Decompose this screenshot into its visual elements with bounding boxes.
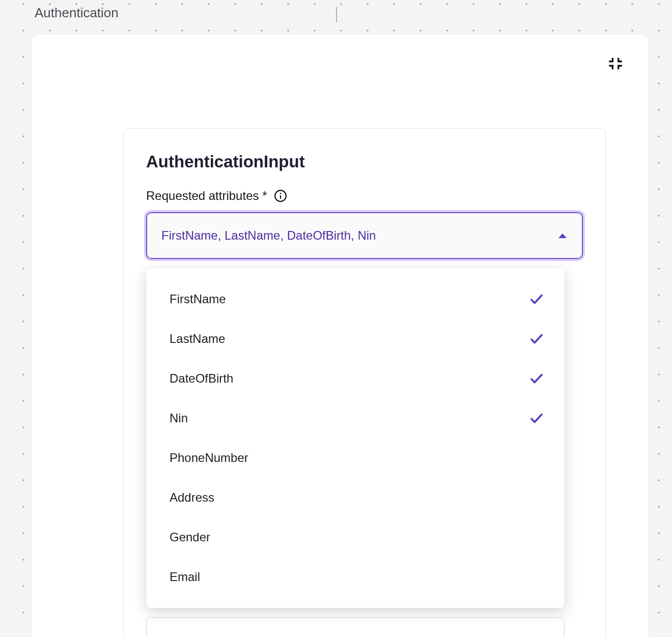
option-firstname[interactable]: FirstName: [146, 279, 565, 319]
panel-title: AuthenticationInput: [146, 152, 583, 171]
option-label: LastName: [170, 332, 225, 346]
option-label: Gender: [170, 530, 210, 544]
option-label: FirstName: [170, 292, 226, 306]
check-icon: [529, 292, 544, 307]
exit-fullscreen-icon[interactable]: [607, 55, 624, 72]
option-gender[interactable]: Gender: [146, 517, 565, 557]
caret-up-icon: [558, 234, 567, 238]
editor-card: AuthenticationInput Requested attributes…: [32, 35, 649, 637]
page-title: Authentication: [35, 5, 119, 21]
option-label: Email: [170, 570, 200, 584]
requested-attributes-select[interactable]: FirstName, LastName, DateOfBirth, Nin: [146, 212, 583, 259]
option-label: DateOfBirth: [170, 371, 233, 386]
requested-attributes-value: FirstName, LastName, DateOfBirth, Nin: [161, 228, 376, 243]
option-lastname[interactable]: LastName: [146, 319, 565, 359]
svg-point-2: [280, 193, 282, 194]
info-icon[interactable]: [274, 189, 287, 202]
collapsed-field-below[interactable]: [146, 617, 565, 637]
field-label-row: Requested attributes *: [146, 189, 583, 203]
requested-attributes-label: Requested attributes *: [146, 189, 267, 203]
option-label: Nin: [170, 411, 188, 425]
option-phonenumber[interactable]: PhoneNumber: [146, 438, 565, 478]
option-address[interactable]: Address: [146, 478, 565, 517]
requested-attributes-menu: FirstNameLastNameDateOfBirthNinPhoneNumb…: [146, 268, 565, 608]
option-email[interactable]: Email: [146, 557, 565, 597]
check-icon: [529, 371, 544, 386]
option-nin[interactable]: Nin: [146, 398, 565, 438]
option-label: PhoneNumber: [170, 451, 248, 465]
check-icon: [529, 411, 544, 426]
check-icon: [529, 331, 544, 346]
option-label: Address: [170, 490, 214, 505]
requested-attributes-select-wrap: FirstName, LastName, DateOfBirth, Nin Fi…: [146, 212, 583, 259]
ruler-tick: [336, 7, 337, 22]
authentication-input-panel: AuthenticationInput Requested attributes…: [123, 128, 606, 637]
option-dateofbirth[interactable]: DateOfBirth: [146, 359, 565, 398]
